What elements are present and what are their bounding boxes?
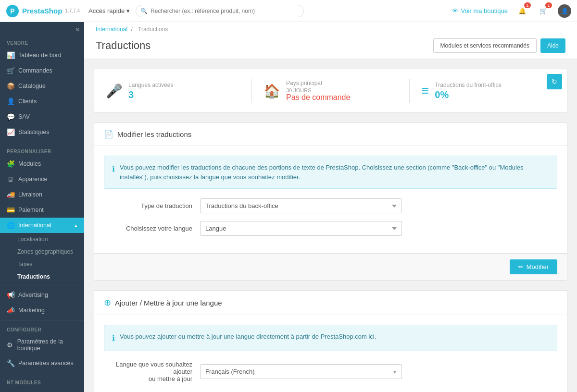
voir-boutique-link[interactable]: 👁 Voir ma boutique: [452, 7, 508, 14]
sidebar-item-sav[interactable]: 💬 SAV: [0, 109, 84, 124]
sidebar-label: Statistiques: [18, 129, 50, 135]
type-traduction-label: Type de traduction: [104, 202, 200, 209]
clients-icon: 👤: [7, 98, 14, 105]
sidebar-item-international[interactable]: 🌐 International ▴: [0, 218, 84, 233]
search-bar: 🔍: [136, 5, 304, 17]
type-traduction-select[interactable]: Traductions du back-office Traductions d…: [200, 198, 402, 213]
sidebar-sub-zones-geo[interactable]: Zones géographiques: [0, 245, 84, 258]
page-title-row: Traductions Modules et services recomman…: [96, 35, 565, 59]
page-header: International / Traductions Traductions …: [84, 22, 577, 59]
sidebar-item-clients[interactable]: 👤 Clients: [0, 94, 84, 109]
logo: P PrestaShop 1.7.7.4: [6, 4, 83, 18]
chevron-up-icon: ▴: [75, 222, 77, 229]
sidebar-collapse[interactable]: «: [0, 22, 84, 36]
ajouter-langue-wrapper: Français (French) English (English) Espa…: [200, 364, 402, 379]
panel-ajouter-header: ⊕ Ajouter / Mettre à jour une langue: [94, 291, 567, 315]
sidebar-item-modules[interactable]: 🧩 Modules: [0, 156, 84, 172]
panel-modifier-header: 📄 Modifier les traductions: [94, 123, 567, 146]
sidebar-label: Modules: [18, 160, 41, 167]
content-body: 🎤 Langues activées 3 🏠 Pays principal 30…: [84, 59, 577, 392]
chevron-down-icon: ▾: [126, 7, 130, 14]
info-icon-2: ℹ: [112, 332, 115, 344]
ajouter-langue-row: Langue que vous souhaitez ajouter ou met…: [104, 361, 557, 382]
sidebar-item-statistiques[interactable]: 📈 Statistiques: [0, 124, 84, 140]
sidebar-item-apparence[interactable]: 🖥 Apparence: [0, 172, 84, 187]
sidebar-item-marketing[interactable]: 📣 Marketing: [0, 303, 84, 318]
stat-pays: 🏠 Pays principal 30 JOURS Pas de command…: [263, 80, 398, 102]
modules-icon: 🧩: [7, 160, 14, 168]
sidebar-section-vendre: VENDRE: [0, 36, 84, 48]
sidebar-item-commandes[interactable]: 🛒 Commandes: [0, 63, 84, 78]
bell-icon: 🔔: [518, 7, 526, 14]
stat-langues: 🎤 Langues activées 3: [106, 82, 240, 100]
sidebar-sub-taxes[interactable]: Taxes: [0, 258, 84, 270]
sidebar-label: Catalogue: [18, 83, 46, 89]
refresh-icon: ↻: [552, 78, 557, 86]
app-version: 1.7.7.4: [65, 8, 80, 13]
sidebar-item-catalogue[interactable]: 📦 Catalogue: [0, 78, 84, 94]
sidebar-item-livraison[interactable]: 🚚 Livraison: [0, 187, 84, 202]
stat-divider-1: [251, 79, 252, 103]
notifications-button[interactable]: 🔔 1: [515, 4, 529, 18]
sidebar-label: Commandes: [18, 67, 52, 74]
sidebar-label: Advertising: [18, 292, 48, 298]
breadcrumb-international[interactable]: International: [96, 26, 127, 33]
sidebar-label: Apparence: [18, 176, 47, 183]
sidebar-sub-localisation[interactable]: Localisation: [0, 233, 84, 245]
settings-icon: ⚙: [7, 341, 13, 349]
panel-modifier-footer: ✏ Modifier: [94, 253, 567, 280]
modifier-button-label: Modifier: [527, 263, 549, 270]
aide-button[interactable]: Aide: [540, 38, 565, 53]
circle-plus-icon: ⊕: [104, 297, 111, 308]
dashboard-icon: 📊: [7, 51, 14, 59]
notifications-badge: 1: [524, 2, 531, 8]
cart-button[interactable]: 🛒 1: [537, 4, 550, 18]
search-input[interactable]: [136, 5, 304, 17]
sidebar-label: Paiement: [18, 207, 44, 213]
ajouter-info-box: ℹ Vous pouvez ajouter ou mettre à jour u…: [104, 325, 557, 351]
sidebar-item-advertising[interactable]: 📢 Advertising: [0, 287, 84, 303]
sidebar-item-paiement[interactable]: 💳 Paiement: [0, 202, 84, 218]
advertising-icon: 📢: [7, 291, 14, 299]
ajouter-langue-label-line1: Langue que vous souhaitez ajouter: [104, 361, 192, 375]
microphone-icon: 🎤: [106, 83, 123, 99]
pays-value: Pas de commande: [286, 93, 350, 102]
choisissez-langue-select[interactable]: Langue Français (French) English (Englis…: [200, 221, 402, 236]
breadcrumb-traductions: Traductions: [138, 26, 168, 33]
pays-label: Pays principal: [286, 80, 350, 86]
ajouter-langue-select[interactable]: Français (French) English (English) Espa…: [200, 364, 402, 379]
panel-ajouter-title: Ajouter / Mettre à jour une langue: [115, 299, 222, 307]
pencil-icon: ✏: [518, 263, 524, 270]
marketing-icon: 📣: [7, 306, 14, 314]
document-icon: 📄: [104, 130, 113, 139]
apparence-icon: 🖥: [7, 175, 14, 183]
modules-recommandes-button[interactable]: Modules et services recommandés: [433, 38, 537, 53]
stats-icon: 📈: [7, 128, 14, 136]
sidebar-item-params-boutique[interactable]: ⚙ Paramètres de la boutique: [0, 334, 84, 355]
sidebar-sub-traductions[interactable]: Traductions: [0, 270, 84, 283]
user-avatar[interactable]: 👤: [558, 4, 571, 18]
advanced-icon: 🔧: [7, 359, 14, 367]
sidebar-item-params-avances[interactable]: 🔧 Paramètres avancés: [0, 355, 84, 371]
sidebar-label: International: [18, 222, 51, 229]
panel-modifier-body: ℹ Vous pouvez modifier les traductions d…: [94, 146, 567, 253]
svg-text:P: P: [10, 7, 14, 15]
panel-ajouter-body: ℹ Vous pouvez ajouter ou mettre à jour u…: [94, 315, 567, 392]
panel-ajouter: ⊕ Ajouter / Mettre à jour une langue ℹ V…: [94, 290, 567, 392]
sidebar: « VENDRE 📊 Tableau de bord 🛒 Commandes 📦…: [0, 22, 84, 392]
sidebar-label: SAV: [18, 113, 30, 120]
panel-modifier-title: Modifier les traductions: [117, 130, 191, 138]
langues-value: 3: [128, 89, 173, 100]
user-icon: 👤: [561, 8, 568, 14]
modifier-button[interactable]: ✏ Modifier: [510, 259, 557, 274]
sav-icon: 💬: [7, 113, 14, 121]
quick-access-menu[interactable]: Accès rapide ▾: [88, 7, 130, 14]
sidebar-label: Paramètres de la boutique: [17, 338, 77, 352]
eye-icon: 👁: [452, 7, 458, 14]
sidebar-item-tableau-de-bord[interactable]: 📊 Tableau de bord: [0, 48, 84, 63]
traductions-value: 0%: [435, 89, 502, 100]
catalogue-icon: 📦: [7, 82, 14, 90]
refresh-button[interactable]: ↻: [547, 74, 562, 89]
panel-modifier: 📄 Modifier les traductions ℹ Vous pouvez…: [94, 122, 567, 281]
type-traduction-row: Type de traduction Traductions du back-o…: [104, 198, 557, 213]
